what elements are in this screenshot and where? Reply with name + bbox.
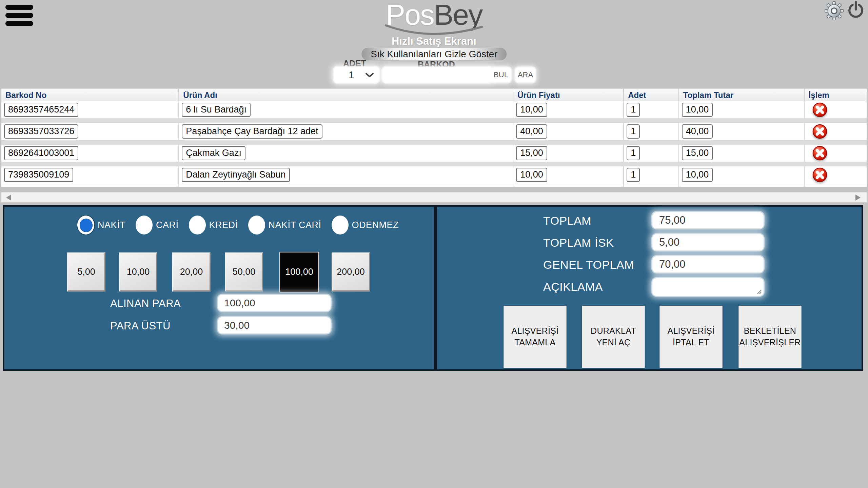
genel-toplam-input[interactable]: 70,00 [652,256,764,272]
urun-adi-cell-input[interactable]: 6 lı Su Bardağı [182,103,251,117]
toplam-cell-input[interactable]: 10,00 [682,103,713,117]
toplam-cell-input[interactable]: 40,00 [682,124,713,139]
genel-toplam-label: GENEL TOPLAM [543,258,634,271]
para-ustu-label: PARA ÜSTÜ [110,320,171,332]
scroll-right-icon[interactable] [855,195,861,201]
table-row: 8692641003001 Çakmak Gazı 15,00 1 15,00 [1,145,867,162]
col-header-adet: Adet [624,89,679,101]
hamburger-bar [5,21,33,26]
button-label-line: ALIŞVERİŞLER [739,337,801,348]
adet-cell-input[interactable]: 1 [627,146,640,160]
resize-handle-icon[interactable] [756,289,762,294]
logo-part-pos: Pos [386,0,434,31]
button-label-line: İPTAL ET [673,337,709,348]
urun-adi-cell-input[interactable]: Çakmak Gazı [182,146,245,160]
button-label-line: ALIŞVERİŞİ [667,325,714,337]
payment-radio-label: CARİ [156,220,179,230]
favorites-toggle-button[interactable]: Sık Kullanılanları Gizle Göster [361,48,507,60]
barkod-cell-input[interactable]: 8693357465244 [4,103,78,117]
denomination-button-20[interactable]: 20,00 [172,252,211,292]
payment-radio-odenmez[interactable]: ODENMEZ [332,216,399,235]
denomination-button-10[interactable]: 10,00 [119,252,157,292]
fiyat-cell-input[interactable]: 15,00 [516,146,547,160]
para-ustu-input[interactable]: 30,00 [218,317,331,333]
radio-circle-icon [77,216,94,235]
table-row: 739835009109 Dalan Zeytinyağlı Sabun 10,… [1,166,867,187]
payment-radio-label: NAKİT [98,220,125,230]
totals-panel: TOPLAM 75,00 TOPLAM İSK 5,00 GENEL TOPLA… [435,205,863,371]
payment-radio-label: KREDİ [209,220,238,230]
button-label-line: DURAKLAT [591,325,636,337]
logo-part-bey: Bey [434,0,482,31]
col-header-urun-fiyati: Ürün Fiyatı [513,89,624,101]
hamburger-bar [5,5,33,10]
urun-adi-cell-input[interactable]: Dalan Zeytinyağlı Sabun [182,168,290,182]
toplam-cell-input[interactable]: 15,00 [682,146,713,160]
toplam-isk-label: TOPLAM İSK [543,236,614,249]
table-row: 8693357465244 6 lı Su Bardağı 10,00 1 10… [1,101,867,118]
payment-radio-nakit-cari[interactable]: NAKİT CARİ [248,216,321,235]
toplam-cell-input[interactable]: 10,00 [682,168,713,182]
payment-panel: NAKİT CARİ KREDİ NAKİT CARİ ODENMEZ 5,00… [3,205,435,371]
app-logo: PosBey [383,0,485,40]
denomination-button-5[interactable]: 5,00 [67,252,105,292]
alinan-para-label: ALINAN PARA [110,298,181,310]
alinan-para-input[interactable]: 100,00 [218,295,331,311]
adet-cell-input[interactable]: 1 [627,168,640,182]
adet-cell-input[interactable]: 1 [627,124,640,139]
denomination-button-50[interactable]: 50,00 [225,252,263,292]
urun-adi-cell-input[interactable]: Paşabahçe Çay Bardağı 12 adet [182,124,322,139]
payment-radio-nakit[interactable]: NAKİT [77,216,125,235]
table-body: 8693357465244 6 lı Su Bardağı 10,00 1 10… [1,101,867,187]
fiyat-cell-input[interactable]: 40,00 [516,124,547,139]
ara-button[interactable]: ARA [515,67,535,82]
chevron-down-icon [366,73,374,78]
button-label-line: YENİ AÇ [596,337,631,348]
col-header-islem: İşlem [805,89,867,101]
delete-row-icon[interactable] [812,145,828,161]
button-label-line: TAMAMLA [514,337,555,348]
col-header-urun-adi: Ürün Adı [179,89,513,101]
fiyat-cell-input[interactable]: 10,00 [516,103,547,117]
adet-cell-input[interactable]: 1 [627,103,640,117]
radio-circle-icon [136,216,153,235]
alisverisi-tamamla-button[interactable]: ALIŞVERİŞİ TAMAMLA [504,306,567,368]
adet-select[interactable]: 1 [334,67,379,83]
barkod-input[interactable] [382,67,492,83]
delete-row-icon[interactable] [812,102,828,118]
toplam-input[interactable]: 75,00 [652,212,764,228]
barkod-cell-input[interactable]: 8692641003001 [4,146,78,160]
bul-button[interactable]: BUL [491,67,511,82]
denomination-button-200[interactable]: 200,00 [332,252,370,292]
delete-row-icon[interactable] [812,167,828,183]
duraklat-yeni-ac-button[interactable]: DURAKLAT YENİ AÇ [582,306,645,368]
fiyat-cell-input[interactable]: 10,00 [516,168,547,182]
payment-radio-cari[interactable]: CARİ [136,216,179,235]
aciklama-label: AÇIKLAMA [543,280,603,293]
gear-icon[interactable] [825,1,844,20]
alisverisi-iptal-et-button[interactable]: ALIŞVERİŞİ İPTAL ET [659,306,723,368]
payment-radio-kredi[interactable]: KREDİ [189,216,238,235]
table-horizontal-scrollbar[interactable] [1,192,867,202]
col-header-toplam-tutar: Toplam Tutar [679,89,805,101]
toplam-label: TOPLAM [543,214,591,227]
radio-circle-icon [332,216,349,235]
aciklama-textarea[interactable] [652,278,764,296]
scroll-left-icon[interactable] [6,195,11,201]
hamburger-menu-icon[interactable] [5,5,36,28]
table-row: 8693357033726 Paşabahçe Çay Bardağı 12 a… [1,123,867,140]
radio-circle-icon [248,216,265,235]
button-label-line: BEKLETİLEN [744,325,796,337]
payment-radio-label: ODENMEZ [352,220,399,230]
sale-items-table: Barkod No Ürün Adı Ürün Fiyatı Adet Topl… [1,88,867,187]
hamburger-bar [5,13,33,18]
barkod-cell-input[interactable]: 739835009109 [4,168,73,182]
denomination-button-100[interactable]: 100,00 [280,252,318,292]
delete-row-icon[interactable] [812,124,828,139]
barkod-cell-input[interactable]: 8693357033726 [4,124,78,139]
power-icon[interactable] [847,1,865,19]
toplam-isk-input[interactable]: 5,00 [652,234,764,250]
page-title: Hızlı Satış Ekranı [392,35,476,47]
button-label-line: ALIŞVERİŞİ [511,325,558,337]
bekletilen-alisverisler-button[interactable]: BEKLETİLEN ALIŞVERİŞLER [738,306,802,368]
